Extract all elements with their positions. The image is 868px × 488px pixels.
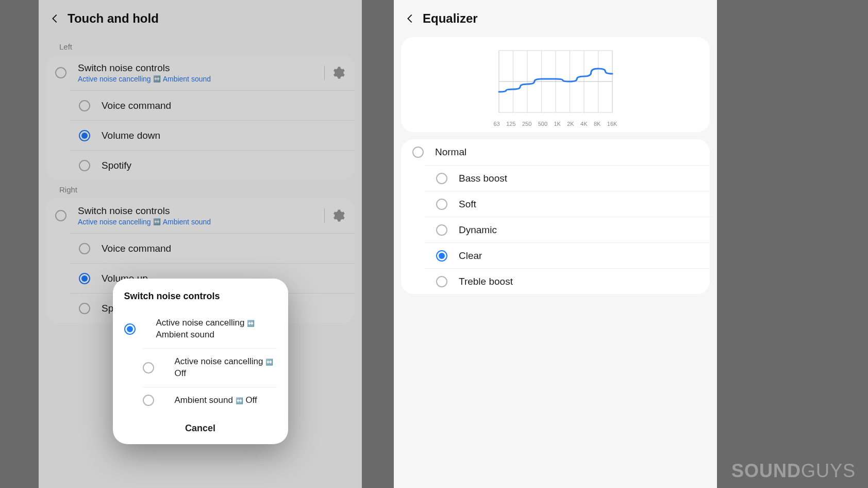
option-switch-noise-right[interactable]: Switch noise controls Active noise cance… [46, 198, 355, 233]
preset-bass-boost[interactable]: Bass boost [425, 165, 710, 191]
watermark: SOUNDGUYS [731, 460, 856, 482]
radio-unselected [79, 303, 90, 314]
eq-curve-chart [494, 45, 617, 118]
dialog-option-ambient-off[interactable]: Ambient sound ↔️ Off [143, 387, 277, 414]
dialog-title: Switch noise controls [124, 291, 277, 302]
divider [324, 208, 325, 223]
option-spotify-left[interactable]: Spotify [70, 150, 355, 180]
screen-header: Equalizer [394, 0, 717, 37]
preset-normal[interactable]: Normal [401, 139, 710, 165]
cancel-button[interactable]: Cancel [124, 414, 277, 439]
option-voice-command-right[interactable]: Voice command [70, 233, 355, 263]
radio-unselected [55, 210, 66, 221]
swap-icon: ↔️ [265, 358, 273, 366]
preset-clear[interactable]: Clear [425, 242, 710, 268]
preset-treble-boost[interactable]: Treble boost [425, 268, 710, 294]
touch-and-hold-screen: Touch and hold Left Switch noise control… [39, 0, 362, 488]
preset-soft[interactable]: Soft [425, 191, 710, 217]
page-title: Equalizer [423, 11, 478, 26]
swap-icon: ↔️ [247, 319, 255, 328]
radio-unselected [79, 160, 90, 171]
equalizer-presets: Normal Bass boost Soft Dynamic Clear Tre… [401, 139, 710, 294]
section-label-right: Right [39, 180, 362, 198]
radio-unselected [55, 67, 66, 78]
radio-selected [79, 130, 90, 141]
swap-icon: ↔️ [153, 218, 161, 225]
swap-icon: ↔️ [153, 75, 161, 83]
chevron-left-icon [405, 13, 416, 24]
back-button[interactable] [49, 12, 61, 25]
section-label-left: Left [39, 37, 362, 55]
dialog-option-anc-ambient[interactable]: Active noise cancelling ↔️ Ambient sound [124, 310, 277, 348]
divider [324, 66, 325, 80]
radio-unselected [143, 395, 154, 406]
equalizer-chart-card: 631252505001K2K4K8K16K [401, 37, 710, 132]
preset-dynamic[interactable]: Dynamic [425, 217, 710, 242]
radio-unselected [143, 362, 154, 373]
radio-unselected [436, 173, 447, 184]
option-switch-noise-left[interactable]: Switch noise controls Active noise cance… [46, 55, 355, 90]
swap-icon: ↔️ [236, 397, 243, 405]
page-title: Touch and hold [68, 11, 159, 26]
radio-unselected [436, 224, 447, 236]
gear-icon[interactable] [331, 66, 345, 80]
option-voice-command-left[interactable]: Voice command [70, 90, 355, 120]
radio-selected [79, 273, 90, 284]
dialog-option-anc-off[interactable]: Active noise cancelling ↔️ Off [143, 348, 277, 387]
switch-noise-dialog: Switch noise controls Active noise cance… [113, 279, 288, 444]
radio-selected [436, 250, 447, 262]
radio-unselected [436, 276, 447, 287]
left-earbud-options: Switch noise controls Active noise cance… [46, 55, 355, 180]
radio-unselected [412, 147, 424, 158]
radio-unselected [436, 199, 447, 210]
eq-frequency-labels: 631252505001K2K4K8K16K [494, 121, 617, 127]
screen-header: Touch and hold [39, 0, 362, 37]
gear-icon[interactable] [331, 208, 345, 223]
option-volume-down-left[interactable]: Volume down [70, 120, 355, 150]
equalizer-screen: Equalizer 631252505001K2K4K8K16K Normal … [394, 0, 717, 488]
radio-selected [124, 323, 136, 335]
radio-unselected [79, 100, 90, 111]
radio-unselected [79, 243, 90, 254]
back-button[interactable] [404, 12, 416, 25]
chevron-left-icon [49, 13, 61, 24]
